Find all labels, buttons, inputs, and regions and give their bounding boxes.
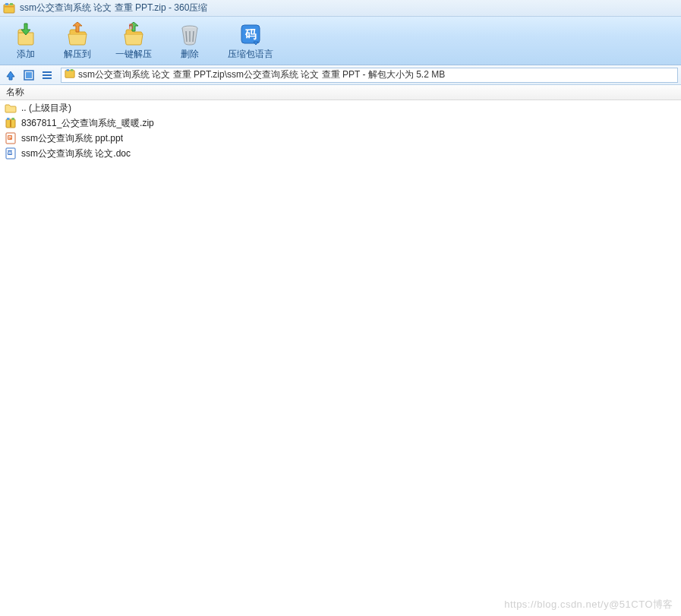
list-item[interactable]: 8367811_公交查询系统_暖暖.zip [0,115,681,131]
svg-text:码: 码 [244,28,257,40]
svg-rect-16 [7,118,10,120]
svg-rect-17 [12,118,15,120]
file-name: .. (上级目录) [21,102,71,115]
toolbar: 添加 解压到 一键解压 [0,17,681,65]
one-click-extract-label: 一键解压 [115,48,152,61]
nav-bar: ssm公交查询系统 论文 查重 PPT.zip\ssm公交查询系统 论文 查重 … [0,65,681,85]
svg-text:P: P [8,135,11,140]
svg-rect-1 [5,6,14,8]
file-name: ssm公交查询系统 论文.doc [21,147,131,160]
svg-rect-14 [71,69,74,71]
window-title: ssm公交查询系统 论文 查重 PPT.zip - 360压缩 [20,2,207,14]
svg-text:W: W [8,150,12,155]
svg-rect-18 [10,120,11,127]
extract-to-label: 解压到 [64,48,91,61]
svg-rect-13 [67,69,70,71]
nav-up-button[interactable] [3,68,18,83]
delete-button[interactable]: 删除 [172,21,208,62]
archive-language-label: 压缩包语言 [228,48,273,61]
list-item[interactable]: P ssm公交查询系统 ppt.ppt [0,131,681,146]
one-click-extract-button[interactable]: 一键解压 [111,21,156,62]
address-text: ssm公交查询系统 论文 查重 PPT.zip\ssm公交查询系统 论文 查重 … [78,68,445,81]
svg-rect-11 [43,77,52,79]
zip-icon [5,117,17,129]
svg-rect-3 [10,3,13,5]
svg-rect-2 [5,3,8,5]
view-list-button[interactable] [39,68,55,83]
add-label: 添加 [17,48,35,61]
add-icon [14,22,38,46]
column-header[interactable]: 名称 [0,85,681,100]
file-list: .. (上级目录) 8367811_公交查询系统_暖暖.zip P ssm公交查… [0,100,681,616]
list-item[interactable]: W ssm公交查询系统 论文.doc [0,146,681,161]
doc-icon: W [5,147,17,160]
archive-language-button[interactable]: 码 压缩包语言 [223,21,278,62]
svg-rect-12 [65,71,74,78]
title-bar: ssm公交查询系统 论文 查重 PPT.zip - 360压缩 [0,0,681,17]
svg-rect-9 [43,71,52,73]
delete-label: 删除 [181,48,199,61]
file-name: 8367811_公交查询系统_暖暖.zip [21,117,154,130]
svg-rect-10 [43,74,52,76]
archive-language-icon: 码 [238,22,263,46]
app-icon [3,2,15,14]
column-name-header: 名称 [6,86,24,99]
one-click-extract-icon [121,22,146,46]
folder-up-icon [5,102,17,114]
svg-rect-8 [26,72,32,78]
svg-rect-0 [4,5,14,13]
file-name: ssm公交查询系统 ppt.ppt [21,132,123,145]
delete-icon [178,22,202,46]
ppt-icon: P [5,132,17,144]
add-button[interactable]: 添加 [8,21,44,62]
extract-to-button[interactable]: 解压到 [59,21,96,62]
address-box[interactable]: ssm公交查询系统 论文 查重 PPT.zip\ssm公交查询系统 论文 查重 … [61,68,678,83]
list-item[interactable]: .. (上级目录) [0,100,681,115]
view-large-icons-button[interactable] [21,68,36,83]
address-icon [65,68,75,81]
extract-to-icon [65,22,90,46]
